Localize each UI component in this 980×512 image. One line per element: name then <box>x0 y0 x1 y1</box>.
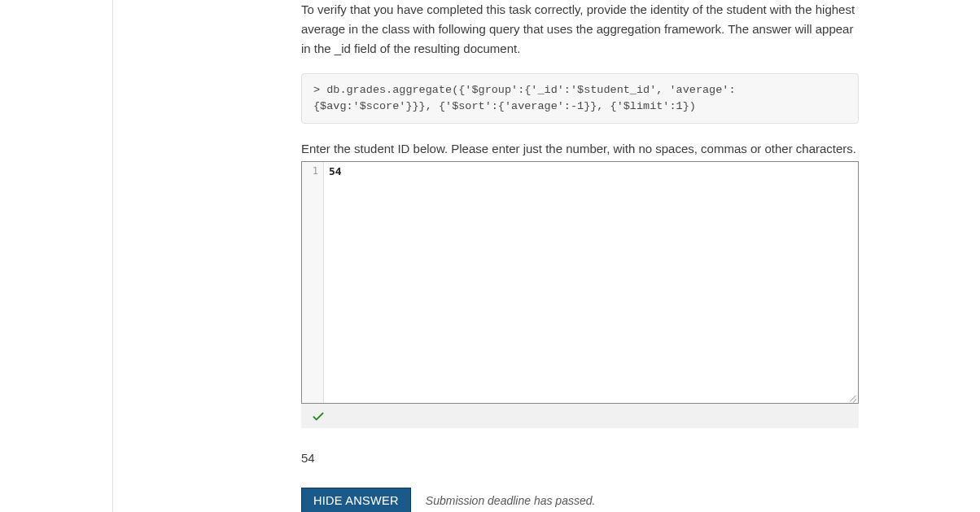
deadline-message: Submission deadline has passed. <box>426 494 596 507</box>
feedback-bar <box>301 404 859 428</box>
action-row: HIDE ANSWER Submission deadline has pass… <box>301 488 859 512</box>
input-prompt-label: Enter the student ID below. Please enter… <box>301 140 859 158</box>
hide-answer-button[interactable]: HIDE ANSWER <box>301 488 411 512</box>
query-code-block: > db.grades.aggregate({'$group':{'_id':'… <box>301 73 859 124</box>
main-content: To verify that you have completed this t… <box>301 0 859 512</box>
correct-check-icon <box>309 409 327 423</box>
answer-editor[interactable]: 1 54 <box>301 161 859 404</box>
editor-content: 54 <box>329 165 342 177</box>
editor-textarea[interactable]: 54 <box>324 162 858 403</box>
resize-handle[interactable] <box>847 392 858 403</box>
editor-line-gutter: 1 <box>302 162 324 403</box>
instruction-text: To verify that you have completed this t… <box>301 0 859 59</box>
line-number: 1 <box>302 165 318 177</box>
answer-output: 54 <box>301 451 859 465</box>
sidebar-divider <box>112 0 113 512</box>
